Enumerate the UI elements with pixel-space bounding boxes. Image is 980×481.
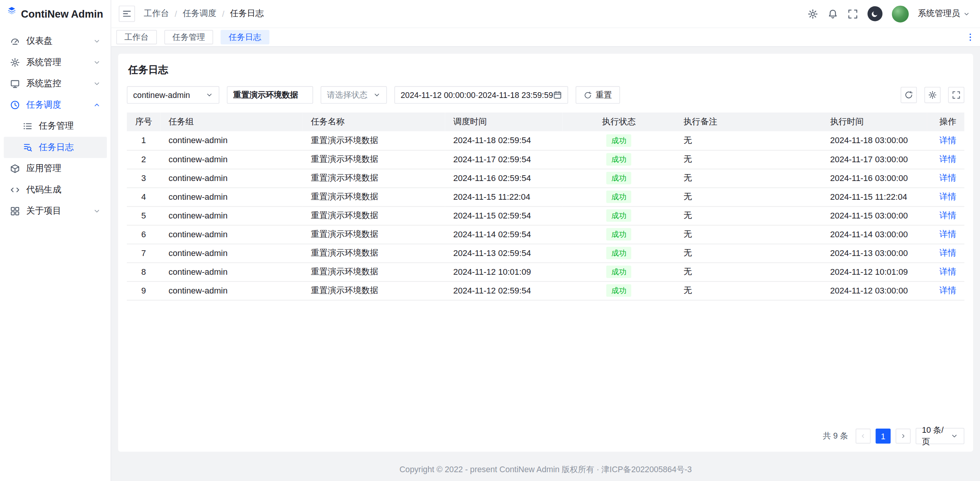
detail-link[interactable]: 详情 bbox=[939, 248, 956, 257]
code-icon bbox=[10, 185, 20, 195]
cell-exec-time: 2024-11-14 03:00:00 bbox=[822, 225, 926, 244]
cell-status: 成功 bbox=[562, 281, 675, 300]
reset-button[interactable]: 重置 bbox=[576, 86, 620, 104]
sidebar-collapse-button[interactable] bbox=[119, 6, 135, 22]
cell-name: 重置演示环境数据 bbox=[303, 131, 445, 150]
task-group-select[interactable]: continew-admin bbox=[127, 86, 219, 104]
page-title: 任务日志 bbox=[128, 64, 963, 77]
fullscreen-icon[interactable] bbox=[847, 8, 858, 19]
moon-icon bbox=[871, 10, 879, 18]
cell-exec-time: 2024-11-18 03:00:00 bbox=[822, 131, 926, 150]
cell-exec-time: 2024-11-12 10:01:09 bbox=[822, 263, 926, 281]
cell-group: continew-admin bbox=[160, 281, 303, 300]
table-refresh-button[interactable] bbox=[901, 87, 917, 103]
sidebar-menu: 仪表盘 系统管理 系统监控 任务调度 任务管理 bbox=[0, 28, 111, 224]
gear-icon bbox=[10, 57, 20, 67]
chevron-down-icon bbox=[951, 432, 958, 440]
detail-link[interactable]: 详情 bbox=[939, 285, 956, 295]
sidebar-item-task-management[interactable]: 任务管理 bbox=[4, 116, 107, 137]
column-header-actions: 操作 bbox=[927, 113, 964, 131]
sidebar-item-task-scheduling[interactable]: 任务调度 bbox=[4, 95, 107, 116]
page-size-value: 10 条/页 bbox=[922, 425, 951, 447]
cell-index: 1 bbox=[127, 131, 160, 150]
detail-link[interactable]: 详情 bbox=[939, 267, 956, 276]
status-badge: 成功 bbox=[606, 209, 631, 222]
pagination-prev-button[interactable] bbox=[856, 429, 871, 443]
detail-link[interactable]: 详情 bbox=[939, 154, 956, 163]
cell-note: 无 bbox=[675, 263, 822, 281]
column-header-status: 执行状态 bbox=[562, 113, 675, 131]
sidebar-item-label: 关于项目 bbox=[26, 205, 93, 217]
date-range-start: 2024-11-12 00:00:00 bbox=[401, 90, 476, 99]
cell-group: continew-admin bbox=[160, 244, 303, 263]
table-row: 8 continew-admin 重置演示环境数据 2024-11-12 10:… bbox=[127, 263, 964, 281]
sidebar-item-app-management[interactable]: 应用管理 bbox=[4, 158, 107, 179]
detail-link[interactable]: 详情 bbox=[939, 229, 956, 238]
tab-more-icon[interactable] bbox=[965, 33, 975, 42]
cell-exec-time: 2024-11-17 03:00:00 bbox=[822, 150, 926, 169]
table-row: 4 continew-admin 重置演示环境数据 2024-11-15 11:… bbox=[127, 188, 964, 206]
tab-workbench[interactable]: 工作台 bbox=[116, 30, 157, 44]
detail-link[interactable]: 详情 bbox=[939, 135, 956, 145]
tab-task-management[interactable]: 任务管理 bbox=[164, 30, 213, 44]
detail-link[interactable]: 详情 bbox=[939, 210, 956, 220]
user-avatar[interactable] bbox=[892, 5, 908, 22]
notification-bell-icon[interactable] bbox=[827, 8, 838, 19]
detail-link[interactable]: 详情 bbox=[939, 192, 956, 201]
cell-name: 重置演示环境数据 bbox=[303, 225, 445, 244]
date-range-picker[interactable]: 2024-11-12 00:00:00 - 2024-11-18 23:59:5… bbox=[394, 86, 568, 104]
status-badge: 成功 bbox=[606, 247, 631, 259]
user-menu[interactable]: 系统管理员 bbox=[918, 8, 970, 19]
table-settings-button[interactable] bbox=[924, 87, 941, 103]
status-select-placeholder: 请选择状态 bbox=[327, 89, 368, 100]
cell-schedule-time: 2024-11-16 02:59:54 bbox=[445, 169, 562, 188]
cell-schedule-time: 2024-11-12 02:59:54 bbox=[445, 281, 562, 300]
cell-group: continew-admin bbox=[160, 225, 303, 244]
task-log-table: 序号 任务组 任务名称 调度时间 执行状态 执行备注 执行时间 操作 1 con… bbox=[127, 113, 964, 300]
cube-icon bbox=[10, 164, 20, 174]
table-empty-space bbox=[127, 300, 964, 422]
tab-label: 工作台 bbox=[124, 31, 149, 42]
sidebar-item-about[interactable]: 关于项目 bbox=[4, 201, 107, 222]
logo-icon bbox=[8, 6, 16, 22]
dashboard-icon bbox=[10, 36, 20, 46]
dark-mode-toggle[interactable] bbox=[867, 6, 882, 21]
sidebar-item-label: 系统管理 bbox=[26, 57, 93, 68]
cell-exec-time: 2024-11-15 03:00:00 bbox=[822, 206, 926, 225]
cell-schedule-time: 2024-11-13 02:59:54 bbox=[445, 244, 562, 263]
sidebar-item-system-monitor[interactable]: 系统监控 bbox=[4, 73, 107, 95]
cell-status: 成功 bbox=[562, 169, 675, 188]
pagination-next-button[interactable] bbox=[896, 429, 911, 443]
table-fullscreen-button[interactable] bbox=[948, 87, 964, 103]
column-header-name: 任务名称 bbox=[303, 113, 445, 131]
settings-gear-icon[interactable] bbox=[807, 8, 818, 19]
cell-index: 3 bbox=[127, 169, 160, 188]
task-name-input[interactable] bbox=[227, 86, 313, 104]
sidebar-item-dashboard[interactable]: 仪表盘 bbox=[4, 31, 107, 52]
pagination-page-1[interactable]: 1 bbox=[875, 429, 890, 443]
filter-bar: continew-admin 请选择状态 2024-11-12 00:00:00… bbox=[127, 86, 964, 104]
sidebar-item-label: 任务管理 bbox=[39, 121, 101, 132]
cell-index: 4 bbox=[127, 188, 160, 206]
breadcrumb-item[interactable]: 任务调度 bbox=[183, 8, 216, 19]
footer: Copyright © 2022 - present ContiNew Admi… bbox=[111, 458, 980, 481]
date-range-separator: - bbox=[475, 90, 478, 99]
breadcrumb-item[interactable]: 工作台 bbox=[144, 8, 169, 19]
sidebar-item-system-management[interactable]: 系统管理 bbox=[4, 52, 107, 73]
detail-link[interactable]: 详情 bbox=[939, 173, 956, 182]
cell-name: 重置演示环境数据 bbox=[303, 150, 445, 169]
table-row: 3 continew-admin 重置演示环境数据 2024-11-16 02:… bbox=[127, 169, 964, 188]
cell-name: 重置演示环境数据 bbox=[303, 244, 445, 263]
cell-actions: 详情 bbox=[927, 244, 964, 263]
cell-name: 重置演示环境数据 bbox=[303, 169, 445, 188]
tab-label: 任务管理 bbox=[173, 31, 205, 42]
logo[interactable]: ContiNew Admin bbox=[0, 0, 111, 28]
cell-actions: 详情 bbox=[927, 225, 964, 244]
status-badge: 成功 bbox=[606, 134, 631, 147]
status-badge: 成功 bbox=[606, 284, 631, 297]
sidebar-item-task-log[interactable]: 任务日志 bbox=[4, 137, 107, 158]
sidebar-item-code-generation[interactable]: 代码生成 bbox=[4, 179, 107, 201]
status-select[interactable]: 请选择状态 bbox=[321, 86, 387, 104]
page-size-select[interactable]: 10 条/页 bbox=[916, 428, 964, 444]
tab-task-log[interactable]: 任务日志 bbox=[220, 30, 269, 44]
